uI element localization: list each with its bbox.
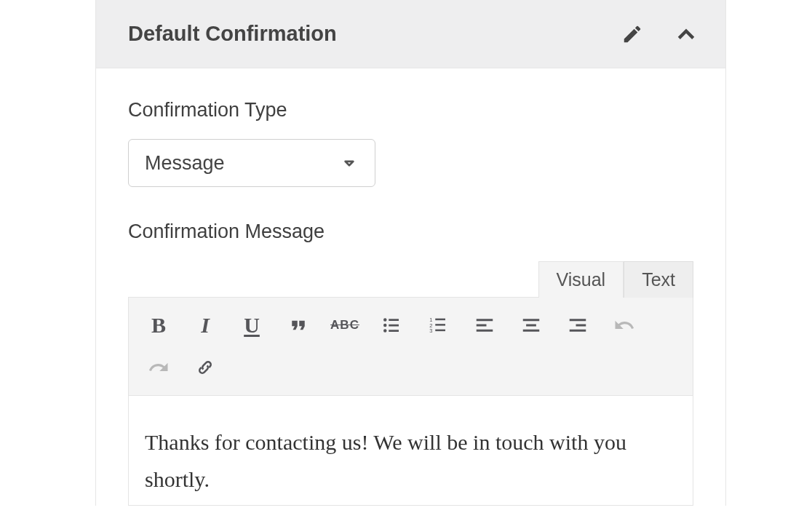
- numbered-list-button[interactable]: 123: [415, 305, 461, 346]
- align-right-icon: [567, 314, 589, 336]
- align-center-button[interactable]: [509, 305, 554, 346]
- select-value: Message: [145, 152, 225, 175]
- svg-rect-12: [477, 319, 493, 321]
- svg-rect-18: [570, 319, 586, 321]
- svg-rect-10: [435, 324, 445, 326]
- edit-button[interactable]: [618, 20, 647, 49]
- undo-button[interactable]: [602, 305, 647, 346]
- svg-text:3: 3: [429, 327, 432, 334]
- align-left-button[interactable]: [462, 305, 507, 346]
- svg-rect-4: [389, 325, 399, 327]
- svg-rect-14: [477, 330, 493, 332]
- underline-button[interactable]: U: [229, 305, 274, 346]
- svg-rect-20: [570, 330, 586, 332]
- italic-icon: I: [201, 314, 210, 336]
- editor-content-area[interactable]: Thanks for contacting us! We will be in …: [128, 396, 693, 506]
- chevron-up-icon: [675, 23, 697, 45]
- tab-text[interactable]: Text: [624, 261, 693, 298]
- svg-rect-15: [523, 319, 540, 321]
- panel-actions: [618, 20, 701, 49]
- numbered-list-icon: 123: [427, 314, 449, 336]
- italic-button[interactable]: I: [183, 305, 228, 346]
- redo-icon: [148, 357, 170, 378]
- editor-tabs: Visual Text: [128, 260, 693, 297]
- bulleted-list-button[interactable]: [369, 305, 414, 346]
- panel-header: Default Confirmation: [96, 0, 725, 68]
- svg-rect-3: [389, 319, 399, 321]
- svg-point-2: [383, 329, 387, 333]
- editor-toolbar: B I U ABC 123: [128, 297, 693, 396]
- link-icon: [194, 357, 216, 378]
- strikethrough-icon: ABC: [330, 318, 359, 333]
- chevron-down-icon: [340, 154, 359, 172]
- collapse-button[interactable]: [672, 20, 701, 49]
- svg-point-0: [383, 318, 387, 322]
- svg-rect-13: [477, 325, 487, 327]
- pencil-icon: [621, 23, 643, 45]
- tab-visual[interactable]: Visual: [538, 261, 624, 298]
- svg-rect-17: [523, 330, 540, 332]
- confirmation-type-label: Confirmation Type: [128, 99, 693, 122]
- quote-icon: [287, 314, 309, 336]
- confirmation-panel: Default Confirmation Confirmation Type M…: [95, 0, 726, 506]
- bold-button[interactable]: B: [136, 305, 181, 346]
- undo-icon: [613, 314, 635, 336]
- svg-rect-5: [389, 330, 399, 332]
- confirmation-message-label: Confirmation Message: [128, 220, 693, 243]
- bulleted-list-icon: [381, 314, 402, 336]
- align-center-icon: [520, 314, 542, 336]
- bold-icon: B: [151, 314, 166, 336]
- redo-button[interactable]: [136, 347, 181, 388]
- svg-rect-16: [526, 325, 536, 327]
- blockquote-button[interactable]: [276, 305, 321, 346]
- svg-rect-9: [435, 319, 445, 321]
- underline-icon: U: [244, 314, 260, 336]
- align-left-icon: [474, 314, 495, 336]
- panel-title: Default Confirmation: [128, 22, 337, 46]
- panel-body: Confirmation Type Message Confirmation M…: [96, 68, 725, 506]
- svg-point-1: [383, 324, 387, 327]
- svg-rect-11: [435, 330, 445, 332]
- align-right-button[interactable]: [555, 305, 600, 346]
- message-editor: Visual Text B I U ABC: [128, 260, 693, 506]
- svg-rect-19: [576, 325, 586, 327]
- strikethrough-button[interactable]: ABC: [322, 305, 367, 346]
- link-button[interactable]: [183, 347, 228, 388]
- confirmation-type-select[interactable]: Message: [128, 139, 375, 187]
